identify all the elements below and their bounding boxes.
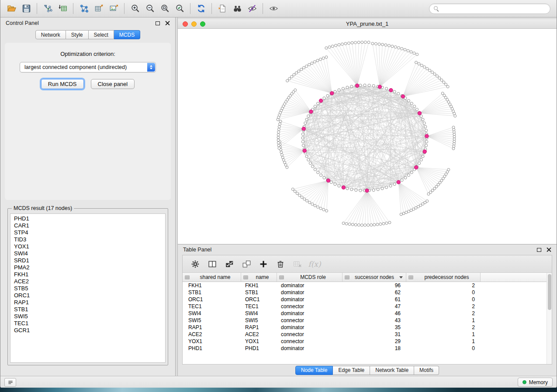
mcds-result-item[interactable]: STB1 (10, 306, 165, 313)
table-row[interactable]: PHD1PHD1dominator180 (183, 345, 552, 352)
mcds-result-list[interactable]: PHD1CAR1STP4TID3YOX1SWI4SRD1PMA2FKH1ACE2… (10, 213, 166, 363)
table-tabs: Node TableEdge TableNetwork TableMotifs (178, 364, 557, 376)
float-panel-icon[interactable] (156, 21, 160, 25)
mcds-result-item[interactable]: SRD1 (10, 257, 165, 264)
table-row[interactable]: ORC1ORC1dominator610 (183, 296, 552, 303)
memory-status-icon (522, 380, 526, 384)
add-row-button[interactable] (257, 258, 270, 271)
mcds-result-item[interactable]: SWI5 (10, 313, 165, 320)
import-table-button[interactable] (55, 2, 70, 16)
search-box[interactable] (429, 3, 550, 14)
cell-name: ORC1 (241, 296, 277, 303)
zoom-selected-button[interactable] (172, 2, 187, 16)
export-table-button[interactable] (91, 2, 106, 16)
filter-eye-icon (247, 3, 257, 14)
find-binoculars-button[interactable] (230, 2, 245, 16)
tab-network[interactable]: Network (35, 30, 66, 39)
cell-successor-nodes: 18 (343, 345, 406, 352)
apply-layout-button[interactable] (194, 2, 208, 16)
cell-successor-nodes: 35 (343, 324, 406, 331)
mcds-result-item[interactable]: PHD1 (10, 215, 165, 222)
cell-mcds-role: dominator (277, 310, 343, 317)
mcds-result-item[interactable]: SWI4 (10, 250, 165, 257)
mcds-result-item[interactable]: STP4 (10, 229, 165, 236)
mcds-result-item[interactable]: PMA2 (10, 264, 165, 271)
mcds-result-item[interactable]: ACE2 (10, 278, 165, 285)
mcds-result-item[interactable]: GCR1 (10, 327, 165, 334)
cell-name: FKH1 (241, 282, 277, 289)
table-tab-motifs[interactable]: Motifs (414, 366, 439, 375)
network-canvas[interactable] (178, 29, 557, 244)
mcds-result-title: MCDS result (17 nodes) (12, 205, 74, 211)
zoom-in-button[interactable] (128, 2, 142, 16)
table-tab-node-table[interactable]: Node Table (295, 366, 333, 375)
table-row[interactable]: RAP1RAP1dominator352 (183, 324, 552, 331)
close-panel-button[interactable]: Close panel (91, 79, 135, 89)
zoom-fit-button[interactable] (157, 2, 172, 16)
window-zoom-icon[interactable] (200, 21, 205, 27)
tab-style[interactable]: Style (66, 30, 89, 39)
close-panel-icon[interactable] (165, 21, 170, 26)
table-row[interactable]: SWI5SWI5connector431 (183, 317, 552, 324)
cell-shared-name: RAP1 (183, 324, 241, 331)
delete-row-button[interactable] (274, 258, 287, 271)
table-settings-button[interactable] (189, 258, 202, 271)
mcds-result-item[interactable]: ORC1 (10, 292, 165, 299)
cell-shared-name: SWI5 (183, 317, 241, 324)
zoom-out-button[interactable] (142, 2, 157, 16)
column-header-shared-name[interactable]: shared name (183, 273, 241, 282)
cytoscape-window: Control Panel NetworkStyleSelectMCDS Opt… (0, 0, 557, 389)
table-tab-network-table[interactable]: Network Table (370, 366, 414, 375)
float-table-panel-icon[interactable] (537, 248, 541, 252)
window-minimize-icon[interactable] (191, 21, 197, 27)
show-eye-button[interactable] (266, 2, 281, 16)
save-session-button[interactable] (19, 2, 34, 16)
search-input[interactable] (442, 6, 546, 12)
close-table-panel-icon[interactable] (547, 248, 551, 252)
export-network-button[interactable] (76, 2, 91, 16)
cell-mcds-role: connector (277, 331, 343, 338)
open-file-button[interactable] (4, 2, 19, 16)
import-network-button[interactable] (40, 2, 55, 16)
mcds-result-item[interactable]: STB5 (10, 285, 165, 292)
optimization-criterion-select[interactable]: largest connected component (undirected) (20, 62, 156, 72)
column-menu-icon (277, 275, 284, 280)
cell-name: PHD1 (241, 345, 277, 352)
column-header-successor-nodes[interactable]: successor nodes (343, 273, 406, 282)
run-mcds-button[interactable]: Run MCDS (41, 79, 84, 89)
table-row[interactable]: STB1STB1dominator620 (183, 289, 552, 296)
column-label: predecessor nodes (413, 274, 480, 280)
mcds-result-item[interactable]: FKH1 (10, 271, 165, 278)
task-history-button[interactable] (4, 378, 16, 387)
mcds-result-item[interactable]: CAR1 (10, 222, 165, 229)
filter-eye-button[interactable] (245, 2, 259, 16)
select-all-button[interactable] (223, 258, 236, 271)
table-row[interactable]: TEC1TEC1connector472 (183, 303, 552, 310)
mcds-result-item[interactable]: TEC1 (10, 320, 165, 327)
table-tab-edge-table[interactable]: Edge Table (333, 366, 370, 375)
show-columns-button[interactable] (206, 258, 219, 271)
column-header-name[interactable]: name (241, 273, 277, 282)
mcds-result-item[interactable]: YOX1 (10, 243, 165, 250)
network-window-titlebar[interactable]: YPA_prune.txt_1 (178, 19, 557, 29)
window-close-icon[interactable] (183, 21, 188, 27)
mcds-result-item[interactable]: RAP1 (10, 299, 165, 306)
table-row[interactable]: ACE2ACE2connector311 (183, 331, 552, 338)
memory-button[interactable]: Memory (518, 378, 553, 387)
cell-successor-nodes: 61 (343, 296, 406, 303)
zoom-out-icon (145, 3, 155, 14)
table-row[interactable]: SWI4SWI4dominator462 (183, 310, 552, 317)
table-row[interactable]: FKH1FKH1dominator962 (183, 282, 552, 289)
mcds-result-item[interactable]: TID3 (10, 236, 165, 243)
column-header-predecessor-nodes[interactable]: predecessor nodes (406, 273, 481, 282)
column-header-mcds-role[interactable]: MCDS role (277, 273, 343, 282)
table-row[interactable]: YOX1YOX1connector291 (183, 338, 552, 345)
table-scrollbar-thumb[interactable] (548, 274, 551, 310)
deselect-all-button[interactable] (240, 258, 253, 271)
tab-mcds[interactable]: MCDS (114, 30, 140, 39)
tab-select[interactable]: Select (89, 30, 114, 39)
export-image-button[interactable] (106, 2, 121, 16)
open-file-icon (7, 3, 17, 14)
annotation-document-button[interactable] (215, 2, 230, 16)
table-scrollbar[interactable] (547, 273, 552, 364)
